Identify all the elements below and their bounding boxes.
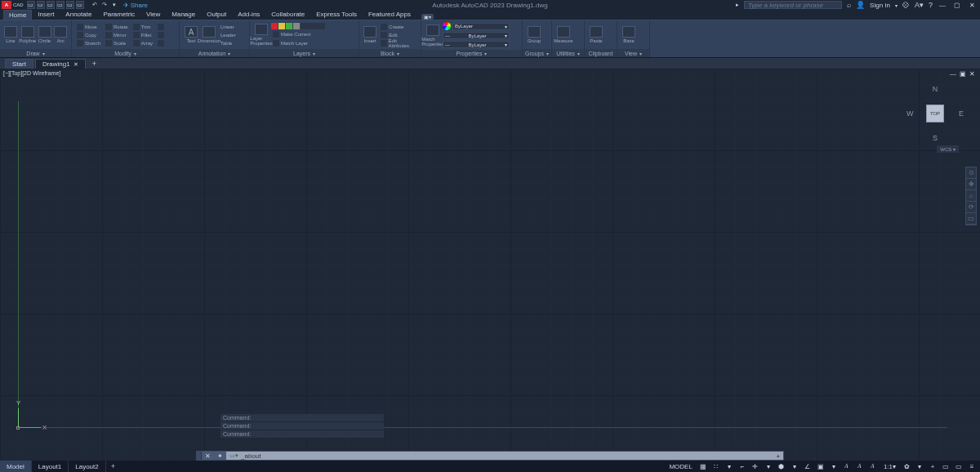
vp-close-icon[interactable]: ✕ [969,70,975,78]
linear-button[interactable]: Linear [219,23,238,30]
status-annovis-icon[interactable]: 𝐴 [868,461,878,471]
doctab-drawing1[interactable]: Drawing1✕ [35,59,86,69]
minimize-button[interactable]: — [938,2,947,9]
qat-saveas-icon[interactable]: ▭ [56,1,65,9]
status-ortho-icon[interactable]: ⌐ [737,461,747,471]
layer-state-swatch[interactable] [271,23,325,29]
insert-button[interactable]: Insert [363,24,377,47]
qat-redo-icon[interactable]: ↷ [100,1,109,9]
status-iso-icon[interactable]: ⬢ [777,461,786,471]
nav-wheel-icon[interactable]: ⊙ [966,167,976,179]
tab-home[interactable]: Home [3,10,32,20]
maximize-button[interactable]: ▢ [952,2,962,9]
qat-new-icon[interactable]: ▭ [27,1,35,9]
make-current-button[interactable]: Make Current [271,31,325,38]
qat-undo-icon[interactable]: ↶ [91,1,99,9]
move-button[interactable]: Move [75,23,102,30]
status-scale-combo[interactable]: 1:1▾ [881,461,898,471]
paste-button[interactable]: Paste [588,24,604,47]
line-button[interactable]: Line [3,24,18,47]
status-dd3-icon[interactable]: ▾ [790,461,800,471]
status-otrack-icon[interactable]: ▣ [816,461,826,471]
qat-dd-icon[interactable]: ▾ [110,1,118,9]
trim-button[interactable]: Trim [131,23,154,30]
signin-button[interactable]: Sign In [870,2,890,9]
search-icon[interactable]: ⌕ [847,1,851,9]
tab-addins[interactable]: Add-ins [232,9,265,20]
match-layer-button[interactable]: Match Layer [271,40,325,47]
view-cube-top[interactable]: TOP [926,105,944,122]
table-button[interactable]: Table [219,39,238,47]
add-layout-button[interactable]: + [106,462,120,470]
wcs-dropdown[interactable]: WCS ▾ [937,145,959,153]
rotate-button[interactable]: Rotate [104,23,130,30]
status-dd5-icon[interactable]: ▾ [915,461,924,471]
linetype-combo[interactable]: — ByLayer▾ [443,41,510,48]
modify-extra2[interactable] [156,31,166,38]
layer-properties-button[interactable]: Layer Properties [253,24,270,47]
close-button[interactable]: ✕ [967,2,977,9]
viewport-label[interactable]: [−][Top][2D Wireframe] [3,70,60,76]
color-swatch-icon[interactable] [443,22,451,30]
app-icon[interactable]: A▾ [915,1,924,9]
stretch-button[interactable]: Stretch [75,39,102,47]
status-model-label[interactable]: MODEL [666,461,694,471]
status-gear-icon[interactable]: ✿ [902,461,911,471]
status-dd2-icon[interactable]: ▾ [764,461,773,471]
base-button[interactable]: Base [621,24,637,47]
status-anno-icon[interactable]: 𝐴 [842,461,852,471]
match-properties-button[interactable]: Match Properties [425,24,441,47]
help-icon[interactable]: ? [929,1,933,9]
circle-button[interactable]: Circle [38,24,52,47]
modify-extra1[interactable] [156,23,166,30]
status-grid-icon[interactable]: ▦ [698,461,708,471]
tab-featured[interactable]: Featured Apps [363,9,416,20]
tab-collaborate[interactable]: Collaborate [265,9,310,20]
signin-dd-icon[interactable]: ▾ [895,2,898,8]
array-button[interactable]: Array [131,39,154,47]
status-menu-icon[interactable]: ≡ [967,461,977,471]
qat-web-icon[interactable]: ▭ [66,1,74,9]
dimension-button[interactable]: Dimension [201,24,217,47]
status-polar-icon[interactable]: ✛ [751,461,760,471]
arc-button[interactable]: Arc [53,24,68,47]
nav-zoom-icon[interactable]: ⌕ [966,190,976,202]
color-combo[interactable]: ByLayer▾ [452,23,510,30]
leader-button[interactable]: Leader [219,31,238,38]
scale-button[interactable]: Scale [104,39,130,47]
status-ui-icon[interactable]: ▭ [941,461,951,471]
tab-model[interactable]: Model [0,461,32,472]
status-osnap-icon[interactable]: ∠ [803,461,813,471]
doctab-start[interactable]: Start [5,59,33,69]
share-button[interactable]: ✈Share [123,2,148,9]
mirror-button[interactable]: Mirror [104,31,130,38]
qat-open-icon[interactable]: ▭ [37,1,45,9]
qat-save-icon[interactable]: ▭ [47,1,55,9]
fillet-button[interactable]: Fillet [131,31,154,38]
cmdline-recent-icon[interactable]: ▴ [773,452,783,460]
doctab-new-button[interactable]: + [87,59,101,69]
status-full-icon[interactable]: ▭ [954,461,964,471]
tab-insert[interactable]: Insert [32,9,60,20]
status-dd1-icon[interactable]: ▾ [724,461,734,471]
copy-button[interactable]: Copy [75,31,102,38]
cmdline-close-icon[interactable]: ✕ [202,452,214,460]
tab-extra-icon[interactable]: ▣▾ [421,14,434,20]
status-snap-icon[interactable]: ∷ [711,461,721,471]
vp-restore-icon[interactable]: ▣ [960,70,966,78]
drawing-viewport[interactable]: [−][Top][2D Wireframe] — ▣ ✕ Y X N S W E… [0,69,980,461]
qat-plot-icon[interactable]: ▭ [76,1,84,9]
cmdline-customize-icon[interactable]: ✦ [214,452,226,460]
status-annoscale-icon[interactable]: 𝐴 [855,461,865,471]
vp-minimize-icon[interactable]: — [950,70,956,78]
tab-annotate[interactable]: Annotate [60,9,97,20]
tab-parametric[interactable]: Parametric [97,9,140,20]
nav-show-icon[interactable]: ▭ [966,213,976,225]
tab-layout2[interactable]: Layout2 [69,461,105,472]
close-icon[interactable]: ✕ [74,61,78,68]
command-input[interactable]: ▭▾_about [226,452,773,460]
block-create-button[interactable]: Create [379,23,417,30]
group-button[interactable]: Group [526,24,542,47]
nav-orbit-icon[interactable]: ⟳ [966,202,976,213]
cart-icon[interactable]: ⛒ [902,1,910,9]
